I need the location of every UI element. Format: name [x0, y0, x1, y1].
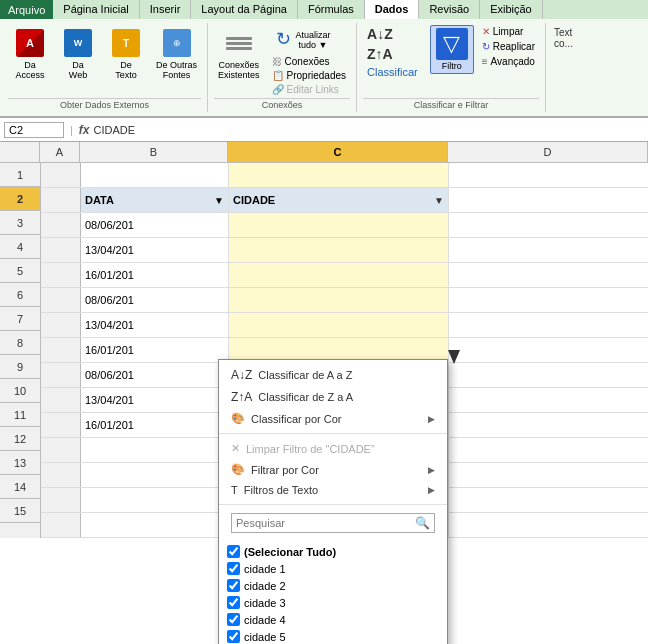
cell-d9[interactable] — [449, 363, 648, 387]
row-header-14[interactable]: 14 — [0, 475, 40, 499]
propriedades-button[interactable]: 📋 Propriedades — [268, 69, 350, 82]
filter-by-color-item[interactable]: 🎨 Filtrar por Cor ▶ — [219, 459, 447, 480]
web-button[interactable]: W DaWeb — [56, 25, 100, 82]
cell-a4[interactable] — [41, 238, 81, 262]
list-item[interactable]: cidade 5 — [219, 628, 447, 644]
cell-b14[interactable] — [81, 488, 229, 512]
cell-c1[interactable] — [229, 163, 449, 187]
list-item[interactable]: cidade 2 — [219, 577, 447, 594]
col-header-a[interactable]: A — [40, 142, 80, 162]
tab-inserir[interactable]: Inserir — [140, 0, 192, 19]
cell-a9[interactable] — [41, 363, 81, 387]
row-header-8[interactable]: 8 — [0, 331, 40, 355]
list-item[interactable]: cidade 4 — [219, 611, 447, 628]
cell-a7[interactable] — [41, 313, 81, 337]
cell-c4[interactable] — [229, 238, 449, 262]
cidade4-checkbox[interactable] — [227, 613, 240, 626]
cell-c7[interactable] — [229, 313, 449, 337]
tab-pagina-inicial[interactable]: Página Inicial — [53, 0, 139, 19]
cell-b15[interactable] — [81, 513, 229, 537]
row-header-5[interactable]: 5 — [0, 259, 40, 283]
row-header-2[interactable]: 2 — [0, 187, 40, 211]
clear-filter-item[interactable]: ✕ Limpar Filtro de "CIDADE" — [219, 438, 447, 459]
cell-c2[interactable]: CIDADE ▼ — [229, 188, 449, 212]
row-header-3[interactable]: 3 — [0, 211, 40, 235]
arquivo-tab[interactable]: Arquivo — [0, 0, 53, 19]
row-header-9[interactable]: 9 — [0, 355, 40, 379]
cell-c6[interactable] — [229, 288, 449, 312]
cell-a3[interactable] — [41, 213, 81, 237]
row-header-4[interactable]: 4 — [0, 235, 40, 259]
cell-b5[interactable]: 16/01/201 — [81, 263, 229, 287]
cidade2-checkbox[interactable] — [227, 579, 240, 592]
other-sources-button[interactable]: ⊕ De OutrasFontes — [152, 25, 201, 82]
tab-dados[interactable]: Dados — [365, 0, 420, 19]
sort-by-color-item[interactable]: 🎨 Classificar por Cor ▶ — [219, 408, 447, 429]
list-item[interactable]: cidade 1 — [219, 560, 447, 577]
cell-b8[interactable]: 16/01/201 — [81, 338, 229, 362]
cell-reference[interactable]: C2 — [4, 122, 64, 138]
cell-a6[interactable] — [41, 288, 81, 312]
cell-b2[interactable]: DATA ▼ — [81, 188, 229, 212]
cell-a11[interactable] — [41, 413, 81, 437]
text-button[interactable]: T DeTexto — [104, 25, 148, 82]
row-header-6[interactable]: 6 — [0, 283, 40, 307]
cell-c3[interactable] — [229, 213, 449, 237]
cell-d13[interactable] — [449, 463, 648, 487]
cell-a14[interactable] — [41, 488, 81, 512]
cell-b12[interactable] — [81, 438, 229, 462]
cell-b6[interactable]: 08/06/201 — [81, 288, 229, 312]
row-header-11[interactable]: 11 — [0, 403, 40, 427]
cell-d10[interactable] — [449, 388, 648, 412]
row-header-10[interactable]: 10 — [0, 379, 40, 403]
row-header-13[interactable]: 13 — [0, 451, 40, 475]
list-item[interactable]: (Selecionar Tudo) — [219, 543, 447, 560]
tab-layout[interactable]: Layout da Página — [191, 0, 298, 19]
cell-d1[interactable] — [449, 163, 648, 187]
filter-dropdown-btn-cidade[interactable]: ▼ — [434, 195, 444, 206]
cidade5-checkbox[interactable] — [227, 630, 240, 643]
cidade3-checkbox[interactable] — [227, 596, 240, 609]
cell-b13[interactable] — [81, 463, 229, 487]
conexoes-small-button[interactable]: ⛓ Conexões — [268, 55, 350, 68]
cell-b3[interactable]: 08/06/201 — [81, 213, 229, 237]
cell-a12[interactable] — [41, 438, 81, 462]
cidade1-checkbox[interactable] — [227, 562, 240, 575]
row-header-15[interactable]: 15 — [0, 499, 40, 523]
reaplicar-button[interactable]: ↻ Reaplicar — [478, 40, 539, 53]
cell-d11[interactable] — [449, 413, 648, 437]
filter-search-input[interactable] — [232, 515, 411, 531]
cell-d2[interactable] — [449, 188, 648, 212]
row-header-12[interactable]: 12 — [0, 427, 40, 451]
cell-c5[interactable] — [229, 263, 449, 287]
filter-dropdown-btn-data[interactable]: ▼ — [214, 195, 224, 206]
refresh-button[interactable]: ↻ Atualizartudo ▼ — [268, 25, 350, 53]
row-header-1[interactable]: 1 — [0, 163, 40, 187]
cell-d8[interactable] — [449, 338, 648, 362]
tab-revisao[interactable]: Revisão — [419, 0, 480, 19]
cell-d15[interactable] — [449, 513, 648, 537]
cell-d14[interactable] — [449, 488, 648, 512]
filter-button[interactable]: ▽ Filtro — [430, 25, 474, 74]
connections-button[interactable]: ConexõesExistentes — [214, 25, 264, 82]
sort-button[interactable]: Classificar — [363, 65, 422, 79]
cell-a15[interactable] — [41, 513, 81, 537]
sort-za-button[interactable]: Z↑A — [363, 45, 422, 63]
col-header-d[interactable]: D — [448, 142, 648, 162]
cell-d6[interactable] — [449, 288, 648, 312]
cell-a1[interactable] — [41, 163, 81, 187]
row-header-7[interactable]: 7 — [0, 307, 40, 331]
avancado-button[interactable]: ≡ Avançado — [478, 55, 539, 68]
cell-b10[interactable]: 13/04/201 — [81, 388, 229, 412]
cell-a8[interactable] — [41, 338, 81, 362]
cell-b9[interactable]: 08/06/201 — [81, 363, 229, 387]
select-all-checkbox[interactable] — [227, 545, 240, 558]
cell-a5[interactable] — [41, 263, 81, 287]
cell-d3[interactable] — [449, 213, 648, 237]
cell-d5[interactable] — [449, 263, 648, 287]
cell-d7[interactable] — [449, 313, 648, 337]
limpar-button[interactable]: ✕ Limpar — [478, 25, 539, 38]
tab-exibicao[interactable]: Exibição — [480, 0, 543, 19]
editar-links-button[interactable]: 🔗 Editar Links — [268, 83, 350, 96]
cell-a13[interactable] — [41, 463, 81, 487]
